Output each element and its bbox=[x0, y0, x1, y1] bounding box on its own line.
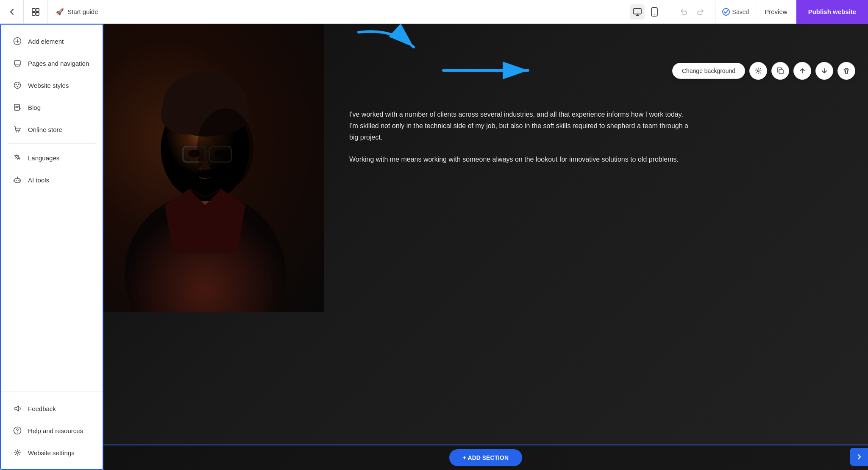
section-background: I've worked with a number of clients acr… bbox=[103, 24, 868, 470]
rocket-icon: 🚀 bbox=[56, 8, 64, 16]
add-section-bar: + ADD SECTION bbox=[103, 445, 868, 470]
svg-point-21 bbox=[17, 452, 19, 454]
svg-point-33 bbox=[197, 109, 253, 189]
paragraph-2: Working with me means working with someo… bbox=[349, 154, 688, 165]
preview-button[interactable]: Preview bbox=[756, 0, 796, 24]
svg-rect-3 bbox=[36, 12, 39, 15]
mobile-button[interactable] bbox=[647, 4, 662, 20]
svg-point-12 bbox=[18, 84, 19, 85]
sidebar-nav: Add element Pages and navigation bbox=[1, 25, 103, 392]
megaphone-icon bbox=[13, 404, 22, 413]
layers-icon bbox=[13, 59, 22, 68]
right-edge-scroll-button[interactable] bbox=[850, 448, 868, 466]
section-toolbar: Change background bbox=[672, 62, 855, 80]
sidebar-item-label: AI tools bbox=[28, 176, 49, 184]
sidebar-item-online-store[interactable]: Online store bbox=[4, 119, 99, 140]
svg-point-7 bbox=[723, 8, 729, 15]
robot-icon bbox=[13, 175, 22, 185]
svg-rect-9 bbox=[14, 61, 20, 65]
svg-rect-1 bbox=[36, 8, 39, 11]
back-button[interactable] bbox=[0, 0, 24, 24]
svg-point-16 bbox=[18, 131, 19, 133]
sidebar-item-languages[interactable]: Languages bbox=[4, 147, 99, 168]
translate-icon bbox=[13, 153, 22, 162]
device-selector bbox=[623, 0, 669, 24]
cart-icon bbox=[13, 125, 22, 134]
sidebar-bottom: Feedback Help and resources Website set bbox=[1, 392, 103, 469]
sidebar-item-label: Online store bbox=[28, 126, 62, 133]
svg-point-20 bbox=[17, 432, 18, 433]
show-pages-button[interactable] bbox=[24, 0, 47, 24]
section-copy-button[interactable] bbox=[771, 62, 789, 80]
svg-point-13 bbox=[17, 86, 18, 87]
section-move-down-button[interactable] bbox=[815, 62, 833, 80]
sidebar-item-label: Blog bbox=[28, 104, 41, 111]
plus-circle-icon bbox=[13, 36, 22, 46]
redo-button[interactable] bbox=[693, 4, 708, 20]
sidebar-item-blog[interactable]: Blog bbox=[4, 97, 99, 118]
portrait-image bbox=[103, 24, 324, 312]
content-text-area: I've worked with a number of clients acr… bbox=[349, 109, 868, 175]
add-section-button[interactable]: + ADD SECTION bbox=[449, 449, 522, 466]
sidebar-item-ai-tools[interactable]: AI tools bbox=[4, 169, 99, 190]
sidebar-item-label: Website settings bbox=[28, 449, 75, 456]
sidebar: Add element Pages and navigation bbox=[0, 24, 103, 470]
edit-icon bbox=[13, 103, 22, 112]
sidebar-item-pages-navigation[interactable]: Pages and navigation bbox=[4, 53, 99, 74]
sidebar-item-label: Languages bbox=[28, 154, 59, 162]
sidebar-divider bbox=[8, 143, 96, 144]
person-silhouette bbox=[125, 49, 286, 312]
history-controls bbox=[669, 0, 715, 24]
sidebar-item-feedback[interactable]: Feedback bbox=[4, 398, 99, 419]
svg-rect-2 bbox=[32, 12, 35, 15]
sidebar-item-website-settings[interactable]: Website settings bbox=[4, 442, 99, 463]
topbar: 🚀 Start guide bbox=[0, 0, 868, 24]
saved-label: Saved bbox=[732, 8, 749, 15]
change-background-button[interactable]: Change background bbox=[672, 63, 745, 79]
svg-rect-4 bbox=[634, 8, 641, 14]
canvas: I've worked with a number of clients acr… bbox=[103, 24, 868, 470]
sidebar-item-label: Website styles bbox=[28, 82, 69, 89]
start-guide-button[interactable]: 🚀 Start guide bbox=[47, 0, 107, 24]
start-guide-label: Start guide bbox=[67, 8, 98, 15]
section-settings-button[interactable] bbox=[749, 62, 767, 80]
palette-icon bbox=[13, 81, 22, 90]
undo-button[interactable] bbox=[676, 4, 691, 20]
sidebar-item-help-resources[interactable]: Help and resources bbox=[4, 420, 99, 441]
gear-icon bbox=[13, 448, 22, 457]
section-move-up-button[interactable] bbox=[793, 62, 811, 80]
svg-point-6 bbox=[654, 14, 655, 15]
publish-button[interactable]: Publish website bbox=[796, 0, 868, 24]
svg-point-34 bbox=[757, 70, 759, 72]
sidebar-item-label: Help and resources bbox=[28, 427, 83, 434]
sidebar-item-label: Add element bbox=[28, 38, 64, 45]
desktop-button[interactable] bbox=[630, 4, 645, 20]
svg-rect-17 bbox=[15, 179, 20, 182]
svg-rect-0 bbox=[32, 8, 35, 11]
svg-point-10 bbox=[14, 82, 21, 89]
svg-point-18 bbox=[17, 176, 18, 177]
svg-point-11 bbox=[16, 84, 17, 85]
svg-point-15 bbox=[16, 131, 17, 133]
paragraph-1: I've worked with a number of clients acr… bbox=[349, 109, 688, 143]
question-circle-icon bbox=[13, 426, 22, 435]
sidebar-item-label: Feedback bbox=[28, 405, 56, 412]
sidebar-item-add-element[interactable]: Add element bbox=[4, 31, 99, 52]
saved-status: Saved bbox=[715, 0, 757, 24]
section-delete-button[interactable] bbox=[837, 62, 855, 80]
svg-rect-35 bbox=[779, 70, 783, 74]
sidebar-item-label: Pages and navigation bbox=[28, 60, 89, 67]
sidebar-item-website-styles[interactable]: Website styles bbox=[4, 75, 99, 96]
